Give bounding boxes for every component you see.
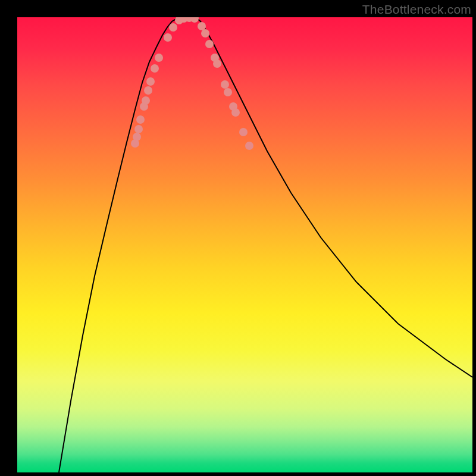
marker-left-10	[164, 33, 172, 42]
marker-right-1	[201, 29, 209, 37]
marker-left-1	[133, 133, 141, 141]
marker-right-5	[221, 80, 229, 89]
marker-right-8	[231, 108, 240, 117]
marker-group-right	[198, 22, 253, 150]
marker-left-6	[144, 86, 152, 95]
marker-left-2	[134, 125, 143, 133]
left-curve	[59, 17, 180, 472]
right-curve	[196, 17, 472, 377]
marker-right-0	[198, 22, 206, 30]
marker-bottom-3	[190, 17, 199, 23]
marker-group-bottom	[175, 17, 199, 24]
marker-left-9	[155, 54, 163, 62]
plot-area	[17, 17, 472, 472]
marker-left-3	[136, 115, 145, 124]
marker-right-9	[239, 128, 248, 136]
chart-svg	[17, 17, 472, 472]
marker-right-10	[245, 142, 253, 150]
marker-right-4	[213, 60, 221, 68]
marker-left-8	[151, 64, 159, 73]
marker-right-2	[205, 40, 214, 48]
watermark-text: TheBottleneck.com	[362, 2, 471, 17]
marker-left-5	[142, 96, 150, 105]
marker-group-left	[131, 23, 177, 148]
marker-right-6	[224, 88, 232, 96]
chart-frame: TheBottleneck.com	[0, 0, 476, 476]
marker-left-11	[169, 23, 177, 32]
marker-left-7	[146, 77, 155, 86]
